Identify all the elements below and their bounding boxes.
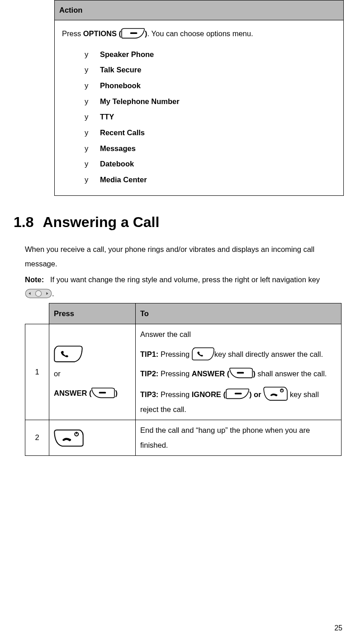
intro-paragraph: When you receive a call, your phone ring… xyxy=(25,242,338,271)
end-key-icon xyxy=(263,386,288,401)
right-softkey-icon xyxy=(226,388,249,399)
option-item: Talk Secure xyxy=(85,62,336,78)
to-cell: Answer the call TIP1: Pressing key shall… xyxy=(136,324,342,420)
answer-label-a: ANSWER ( xyxy=(54,389,91,397)
left-softkey-icon xyxy=(229,368,253,379)
press-cell xyxy=(49,420,136,455)
tip1-b: key shall directly answer the call. xyxy=(214,350,323,358)
svg-rect-4 xyxy=(237,372,244,374)
note-label: Note: xyxy=(25,275,44,284)
or-text: or xyxy=(54,369,61,378)
page-number: 25 xyxy=(334,621,342,635)
tip1-label: TIP1: xyxy=(140,350,158,358)
answer-call-text: Answer the call xyxy=(140,327,337,342)
tip2-c: shall answer the call. xyxy=(256,369,327,378)
option-item: Speaker Phone xyxy=(85,47,336,62)
options-list: Speaker Phone Talk Secure Phonebook My T… xyxy=(62,47,336,188)
tip2-ans-a: ANSWER ( xyxy=(192,369,229,378)
svg-rect-0 xyxy=(130,33,138,34)
press-suffix: . You can choose options menu. xyxy=(147,29,253,38)
to-cell: End the call and “hang up” the phone whe… xyxy=(136,420,342,455)
option-item: Phonebook xyxy=(85,78,336,94)
note-text-b: . xyxy=(52,289,54,298)
option-item: My Telephone Number xyxy=(85,94,336,109)
press-to-table: Press To 1 or ANSWER () Answer the call … xyxy=(25,303,342,456)
to-header: To xyxy=(136,303,342,324)
tip3-label: TIP3: xyxy=(140,390,158,398)
section-title: Answering a Call xyxy=(43,208,159,236)
left-softkey-icon xyxy=(91,388,115,398)
section-number: 1.8 xyxy=(14,208,33,236)
option-item: Messages xyxy=(85,141,336,156)
note-text-a: If you want change the ring style and vo… xyxy=(50,275,320,284)
action-table: Action Press OPTIONS (). You can choose … xyxy=(54,0,344,196)
tip2-label: TIP2: xyxy=(140,369,158,378)
note-paragraph: Note: If you want change the ring style … xyxy=(25,273,338,301)
end-key-icon xyxy=(54,429,84,447)
svg-rect-3 xyxy=(99,392,106,393)
option-item: Datebook xyxy=(85,156,336,172)
tip2-a: Pressing xyxy=(158,369,191,378)
tip3-ign-a: IGNORE ( xyxy=(192,390,226,398)
option-item: Media Center xyxy=(85,172,336,188)
options-label: OPTIONS ( xyxy=(83,29,121,38)
table-row: 1 or ANSWER () Answer the call TIP1: Pre… xyxy=(25,324,342,420)
tip3-a: Pressing xyxy=(158,390,191,398)
action-header: Action xyxy=(55,0,344,20)
send-key-icon xyxy=(54,345,83,363)
svg-rect-5 xyxy=(235,393,242,395)
row-num: 2 xyxy=(25,420,49,455)
table-row: 2 End the call and “hang up” the phone w… xyxy=(25,420,342,455)
answer-label-b: ) xyxy=(115,389,118,397)
svg-point-2 xyxy=(35,291,41,297)
right-softkey-icon xyxy=(121,28,145,39)
option-item: Recent Calls xyxy=(85,125,336,141)
press-text: Press xyxy=(62,29,83,38)
press-header: Press xyxy=(49,303,136,324)
tip3-ign-b: ) or xyxy=(249,390,263,398)
option-item: TTY xyxy=(85,109,336,125)
navigation-key-icon xyxy=(25,289,52,298)
press-cell: or ANSWER () xyxy=(49,324,136,420)
blank-header xyxy=(25,303,49,324)
send-key-icon xyxy=(192,346,214,361)
section-heading: 1.8 Answering a Call xyxy=(14,208,342,236)
row-num: 1 xyxy=(25,324,49,420)
tip1-a: Pressing xyxy=(158,350,191,358)
action-cell: Press OPTIONS (). You can choose options… xyxy=(55,20,344,196)
